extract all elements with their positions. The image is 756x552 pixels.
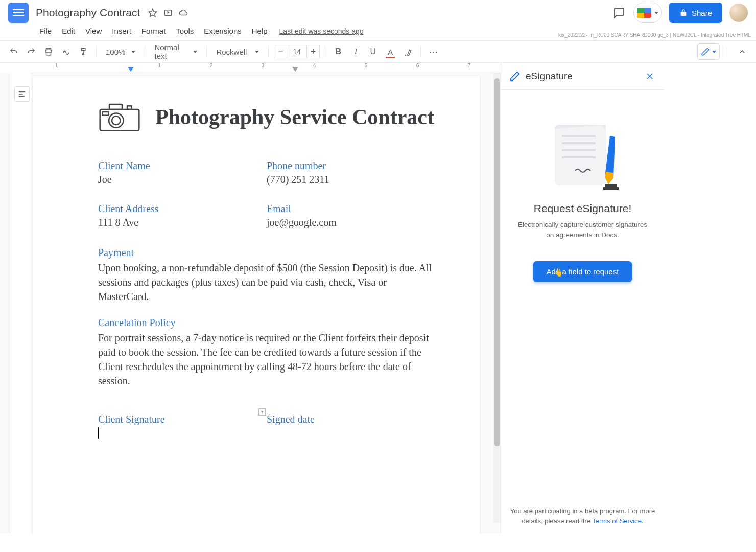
redo-button[interactable] — [23, 44, 39, 59]
field-label: Email — [267, 203, 435, 215]
document-scrollbar[interactable] — [493, 73, 501, 523]
paragraph-style-select[interactable]: Normal text — [150, 44, 201, 59]
section-cancelation: Cancelation Policy For portrait sessions… — [98, 317, 435, 388]
terms-link[interactable]: Terms of Service — [592, 517, 642, 525]
docs-logo-icon[interactable] — [8, 3, 29, 23]
menu-format[interactable]: Format — [137, 25, 171, 37]
font-value: Rockwell — [216, 48, 247, 56]
share-label: Share — [692, 9, 712, 17]
font-size-control: − 14 + — [274, 45, 320, 58]
esignature-illustration — [545, 121, 621, 192]
document-title[interactable]: Photography Contract — [36, 7, 140, 19]
menu-edit[interactable]: Edit — [57, 25, 80, 37]
indent-marker-right[interactable] — [292, 67, 298, 72]
field-email: Email joe@google.com — [267, 203, 435, 228]
font-size-decrease[interactable]: − — [274, 45, 287, 58]
user-avatar[interactable] — [729, 4, 748, 22]
add-field-button[interactable]: 👆 Add a field to request — [533, 261, 632, 282]
font-size-increase[interactable]: + — [306, 45, 320, 58]
document-page[interactable]: Photography Service Contract Client Name… — [33, 76, 480, 533]
meet-icon — [637, 8, 651, 18]
menu-file[interactable]: File — [35, 25, 56, 37]
debug-string: kix_2022.22-Fri_RC00 SCARY SHARD000 gc_3… — [558, 32, 751, 38]
indent-marker-left[interactable] — [128, 67, 134, 72]
pencil-icon — [701, 47, 710, 56]
menu-insert[interactable]: Insert — [107, 25, 136, 37]
italic-button[interactable]: I — [348, 44, 363, 59]
field-value: (770) 251 2311 — [267, 174, 435, 186]
print-button[interactable] — [41, 44, 56, 59]
paint-format-button[interactable] — [76, 44, 91, 59]
underline-button[interactable]: U — [365, 44, 381, 59]
signature-row: Client Signature Signed date ▾ — [98, 413, 435, 439]
vertical-ruler[interactable] — [0, 73, 10, 533]
field-label: Client Name — [98, 160, 267, 172]
panel-close-button[interactable] — [644, 70, 656, 82]
font-size-value[interactable]: 14 — [287, 45, 306, 58]
text-color-button[interactable]: A — [383, 44, 398, 59]
menu-view[interactable]: View — [81, 25, 106, 37]
text-cursor — [98, 427, 99, 439]
field-label: Client Signature — [98, 413, 267, 425]
star-icon[interactable] — [147, 7, 158, 18]
document-heading: Photography Service Contract — [155, 105, 434, 129]
comment-history-icon[interactable] — [612, 6, 626, 20]
panel-description: Electronically capture customer signatur… — [513, 220, 652, 241]
signature-chip-dropdown[interactable]: ▾ — [258, 408, 266, 416]
svg-marker-0 — [149, 9, 157, 17]
document-canvas[interactable]: Photography Service Contract Client Name… — [31, 73, 501, 533]
svg-point-11 — [112, 116, 121, 125]
cloud-status-icon[interactable] — [178, 7, 189, 18]
zoom-value: 100% — [106, 48, 125, 56]
svg-rect-8 — [109, 104, 122, 109]
svg-rect-15 — [555, 125, 606, 185]
svg-rect-2 — [46, 52, 51, 55]
bold-button[interactable]: B — [330, 44, 346, 59]
svg-rect-12 — [103, 112, 109, 116]
field-value: Joe — [98, 174, 267, 186]
svg-rect-21 — [603, 187, 619, 190]
meet-button[interactable] — [633, 3, 662, 23]
add-field-label: Add a field to request — [547, 267, 619, 276]
menu-tools[interactable]: Tools — [171, 25, 198, 37]
signed-date-field: Signed date — [267, 413, 435, 439]
zoom-select[interactable]: 100% — [102, 44, 139, 59]
lock-icon — [679, 9, 688, 17]
more-toolbar-button[interactable]: ⋯ — [426, 44, 441, 59]
document-outline-button[interactable] — [14, 86, 30, 102]
svg-rect-9 — [127, 106, 131, 109]
menu-help[interactable]: Help — [247, 25, 272, 37]
svg-point-10 — [109, 113, 123, 128]
field-client-name: Client Name Joe — [98, 160, 267, 186]
font-family-select[interactable]: Rockwell — [212, 44, 263, 59]
section-body: For portrait sessions, a 7-day notice is… — [98, 331, 435, 388]
client-signature-field: Client Signature — [98, 413, 267, 439]
panel-heading: Request eSignature! — [534, 202, 631, 215]
undo-button[interactable] — [6, 44, 21, 59]
section-title: Payment — [98, 247, 435, 259]
move-icon[interactable] — [162, 7, 174, 18]
field-phone: Phone number (770) 251 2311 — [267, 160, 435, 186]
field-label: Signed date — [267, 413, 435, 425]
panel-title: eSignature — [526, 71, 639, 82]
collapse-toolbar-button[interactable] — [735, 44, 750, 59]
last-edit-link[interactable]: Last edit was seconds ago — [279, 27, 364, 35]
share-button[interactable]: Share — [669, 3, 722, 23]
workspace: 11234567 Photography Service Contract — [0, 63, 756, 533]
menu-extensions[interactable]: Extensions — [199, 25, 246, 37]
editing-mode-button[interactable] — [697, 43, 720, 60]
horizontal-ruler[interactable]: 11234567 — [31, 63, 501, 73]
section-body: Upon booking, a non-refundable deposit o… — [98, 261, 435, 304]
svg-text:A: A — [63, 48, 66, 54]
camera-icon — [98, 102, 141, 132]
section-title: Cancelation Policy — [98, 317, 435, 329]
panel-footer: You are participating in a beta program.… — [501, 506, 664, 533]
panel-header: eSignature — [501, 63, 664, 90]
esignature-icon — [509, 71, 521, 82]
toolbar: A 100% Normal text Rockwell − 14 + B I U… — [0, 40, 756, 63]
scrollbar-thumb[interactable] — [494, 78, 500, 446]
field-value: 111 8 Ave — [98, 217, 267, 228]
highlight-button[interactable] — [400, 44, 415, 59]
field-address: Client Address 111 8 Ave — [98, 203, 267, 228]
spellcheck-button[interactable]: A — [58, 44, 74, 59]
